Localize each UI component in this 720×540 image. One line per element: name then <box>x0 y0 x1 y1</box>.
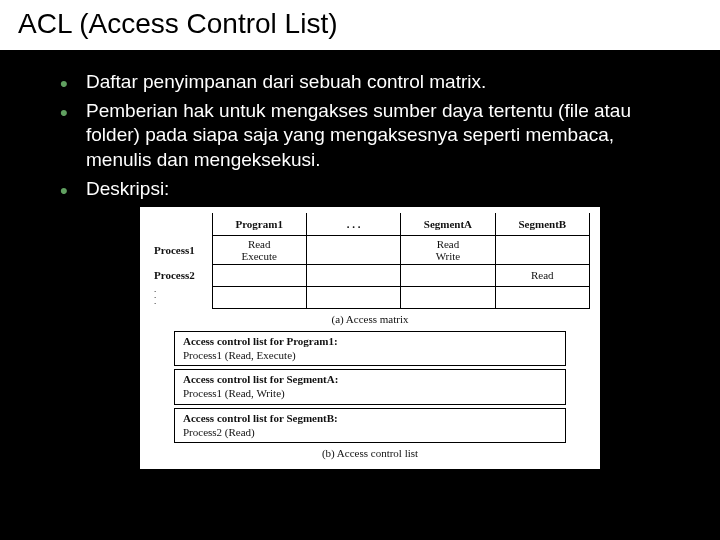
col-header: . . . <box>306 213 400 235</box>
bullet-item: Deskripsi: <box>60 177 680 202</box>
bullet-item: Pemberian hak untuk mengakses sumber day… <box>60 99 680 173</box>
col-header: Program1 <box>212 213 306 235</box>
title-bar: ACL (Access Control List) <box>0 0 720 52</box>
access-matrix-table: Program1 . . . SegmentA SegmentB Process… <box>150 213 590 309</box>
col-header: SegmentA <box>401 213 495 235</box>
slide-body: Daftar penyimpanan dari sebuah control m… <box>0 52 720 479</box>
acl-entry: Access control list for Program1:Process… <box>174 331 566 367</box>
acl-entry: Access control list for SegmentB:Process… <box>174 408 566 444</box>
acl-entry: Access control list for SegmentA:Process… <box>174 369 566 405</box>
bullet-list: Daftar penyimpanan dari sebuah control m… <box>60 70 680 201</box>
table-row: Process2 Read <box>150 264 590 286</box>
slide-title: ACL (Access Control List) <box>18 8 702 40</box>
bullet-item: Daftar penyimpanan dari sebuah control m… <box>60 70 680 95</box>
table-row-ellipsis: ··· <box>150 286 590 308</box>
diagram-panel: Program1 . . . SegmentA SegmentB Process… <box>140 207 600 469</box>
table-row: Process1 Read Execute Read Write <box>150 235 590 264</box>
col-header: SegmentB <box>495 213 589 235</box>
matrix-caption: (a) Access matrix <box>150 313 590 325</box>
acl-caption: (b) Access control list <box>150 447 590 459</box>
slide: ACL (Access Control List) Daftar penyimp… <box>0 0 720 540</box>
